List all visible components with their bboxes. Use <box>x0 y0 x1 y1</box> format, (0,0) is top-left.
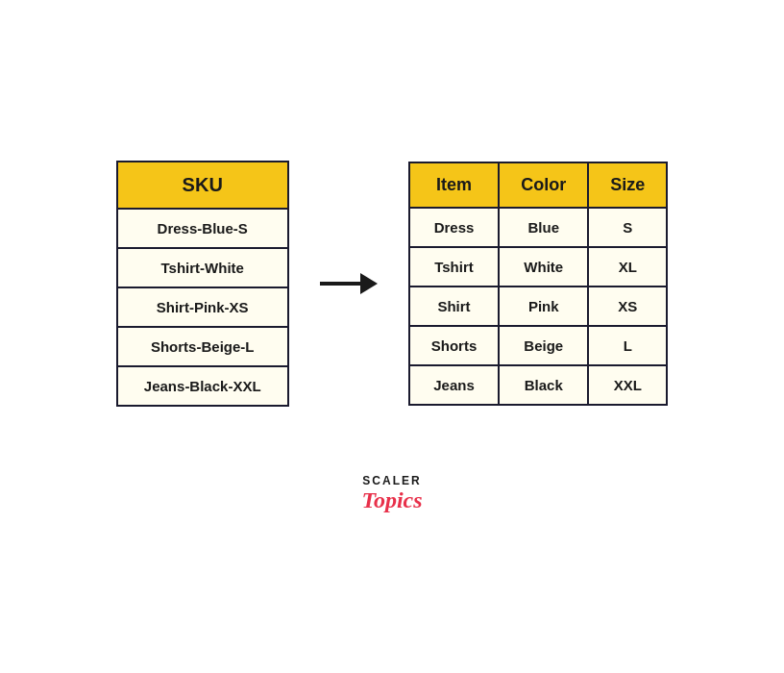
branding: SCALER Topics <box>361 474 422 512</box>
sku-header: SKU <box>118 162 287 210</box>
table-row: Shorts Beige L <box>409 326 668 365</box>
color-3: Pink <box>499 287 588 326</box>
item-5: Jeans <box>409 365 500 405</box>
size-4: L <box>588 326 667 365</box>
size-3: XS <box>588 287 667 326</box>
item-1: Dress <box>409 208 500 247</box>
arrow-line <box>320 282 360 286</box>
size-5: XXL <box>588 365 667 405</box>
sku-row-5: Jeans-Black-XXL <box>118 367 287 405</box>
col-header-size: Size <box>588 162 667 208</box>
arrow <box>320 274 378 293</box>
col-header-color: Color <box>499 162 588 208</box>
color-4: Beige <box>499 326 588 365</box>
branding-topics-text: Topics <box>361 487 422 512</box>
item-3: Shirt <box>409 287 500 326</box>
arrow-head <box>360 273 378 294</box>
table-row: Jeans Black XXL <box>409 365 668 405</box>
arrow-container <box>320 274 378 293</box>
sku-table: SKU Dress-Blue-S Tshirt-White Shirt-Pink… <box>116 161 289 407</box>
sku-row-3: Shirt-Pink-XS <box>118 288 287 328</box>
result-table: Item Color Size Dress Blue S Tshirt Whit… <box>408 162 669 406</box>
main-content: SKU Dress-Blue-S Tshirt-White Shirt-Pink… <box>116 161 669 407</box>
sku-row-2: Tshirt-White <box>118 249 287 288</box>
item-2: Tshirt <box>409 247 500 287</box>
table-row: Shirt Pink XS <box>409 287 668 326</box>
size-1: S <box>588 208 667 247</box>
size-2: XL <box>588 247 667 287</box>
table-row: Tshirt White XL <box>409 247 668 287</box>
branding-scaler-text: SCALER <box>362 474 421 487</box>
item-4: Shorts <box>409 326 500 365</box>
color-5: Black <box>499 365 588 405</box>
color-2: White <box>499 247 588 287</box>
table-row: Dress Blue S <box>409 208 668 247</box>
color-1: Blue <box>499 208 588 247</box>
col-header-item: Item <box>409 162 500 208</box>
sku-row-1: Dress-Blue-S <box>118 210 287 249</box>
sku-row-4: Shorts-Beige-L <box>118 328 287 367</box>
